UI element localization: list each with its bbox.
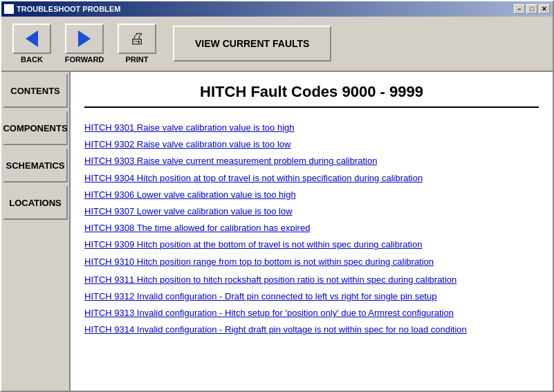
fault-link-9308[interactable]: HITCH 9308 The time allowed for calibrat… (84, 222, 539, 234)
sidebar-item-contents[interactable]: CONTENTS (3, 73, 68, 108)
sidebar-schematics-label: SCHEMATICS (6, 160, 65, 171)
view-faults-label: VIEW CURRENT FAULTS (195, 38, 309, 49)
title-bar-controls: − □ ✕ (514, 4, 550, 14)
toolbar: BACK FORWARD 🖨 PRINT VIEW CURRENT FAULTS (1, 17, 553, 72)
forward-arrow-icon (78, 30, 91, 47)
fault-link-9312[interactable]: HITCH 9312 Invalid configuration - Draft… (84, 290, 539, 303)
fault-group-multi: HITCH 9311 Hitch position to hitch rocks… (84, 274, 539, 337)
fault-link-9311[interactable]: HITCH 9311 Hitch position to hitch rocks… (84, 274, 539, 286)
title-bar: TROUBLESHOOT PROBLEM − □ ✕ (1, 1, 553, 17)
minimize-button[interactable]: − (514, 4, 525, 14)
fault-link-9313[interactable]: HITCH 9313 Invalid configuration - Hitch… (84, 307, 539, 319)
close-button[interactable]: ✕ (539, 4, 550, 14)
fault-link-9306[interactable]: HITCH 9306 Lower valve calibration value… (84, 189, 539, 201)
content-scroll-area[interactable]: HITCH Fault Codes 9000 - 9999 HITCH 9301… (71, 72, 553, 391)
back-button[interactable]: BACK (7, 24, 57, 64)
fault-link-9301[interactable]: HITCH 9301 Raise valve calibration value… (84, 122, 539, 134)
view-faults-button[interactable]: VIEW CURRENT FAULTS (173, 26, 331, 62)
content-title: HITCH Fault Codes 9000 - 9999 (84, 83, 539, 108)
fault-link-9309[interactable]: HITCH 9309 Hitch position at the bottom … (84, 239, 539, 251)
sidebar-item-schematics[interactable]: SCHEMATICS (3, 148, 68, 183)
fault-link-9307[interactable]: HITCH 9307 Lower valve calibration value… (84, 205, 539, 218)
forward-button-icon (65, 24, 104, 54)
sidebar-item-locations[interactable]: LOCATIONS (3, 185, 68, 220)
title-bar-icon (4, 4, 14, 14)
sidebar-item-components[interactable]: COMPONENTS (3, 111, 68, 145)
sidebar-contents-label: CONTENTS (10, 86, 60, 96)
fault-link-9314[interactable]: HITCH 9314 Invalid configuration - Right… (84, 324, 539, 336)
fault-link-9310[interactable]: HITCH 9310 Hitch position range from top… (84, 256, 539, 268)
back-button-icon (12, 24, 51, 54)
fault-link-9303[interactable]: HITCH 9303 Raise valve current measureme… (84, 155, 539, 167)
print-button-icon: 🖨 (118, 24, 156, 54)
maximize-button[interactable]: □ (526, 4, 537, 14)
main-area: CONTENTS COMPONENTS SCHEMATICS LOCATIONS… (1, 72, 553, 391)
fault-link-9304[interactable]: HITCH 9304 Hitch position at top of trav… (84, 172, 539, 185)
print-button[interactable]: 🖨 PRINT (112, 24, 162, 64)
print-label: PRINT (126, 55, 149, 64)
sidebar: CONTENTS COMPONENTS SCHEMATICS LOCATIONS (1, 72, 71, 391)
fault-list: HITCH 9301 Raise valve calibration value… (84, 122, 539, 268)
sidebar-components-label: COMPONENTS (3, 123, 67, 133)
back-arrow-icon (26, 30, 38, 47)
forward-button[interactable]: FORWARD (59, 24, 109, 64)
printer-icon: 🖨 (129, 30, 145, 48)
forward-label: FORWARD (65, 55, 104, 64)
content-panel: HITCH Fault Codes 9000 - 9999 HITCH 9301… (71, 72, 553, 391)
back-label: BACK (21, 55, 43, 64)
sidebar-locations-label: LOCATIONS (9, 198, 62, 208)
fault-link-9302[interactable]: HITCH 9302 Raise valve calibration value… (84, 138, 539, 151)
title-bar-title: TROUBLESHOOT PROBLEM (17, 5, 120, 13)
